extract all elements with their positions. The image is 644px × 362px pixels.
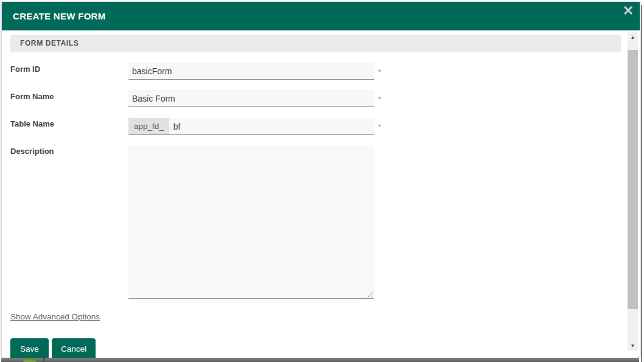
- textarea-resize-handle-icon[interactable]: [366, 291, 374, 298]
- table-name-required-marker: *: [378, 122, 381, 131]
- description-textarea[interactable]: [128, 145, 374, 299]
- form-id-input[interactable]: [128, 63, 374, 80]
- create-new-form-dialog: CREATE NEW FORM ✕ FORM DETAILS Form ID *…: [2, 2, 640, 358]
- table-name-prefix: app_fd_: [128, 118, 169, 134]
- show-advanced-options-link[interactable]: Show Advanced Options: [10, 312, 100, 321]
- background-page-strip: [1, 358, 639, 362]
- form-name-input[interactable]: [128, 90, 374, 107]
- close-icon[interactable]: ✕: [620, 3, 636, 19]
- table-name-input[interactable]: [169, 118, 374, 134]
- background-divider: [43, 357, 44, 362]
- form-id-required-marker: *: [378, 68, 381, 77]
- form-details-section-header: FORM DETAILS: [10, 35, 621, 52]
- dialog-scrollbar[interactable]: ▲ ▼: [628, 32, 638, 351]
- form-id-label: Form ID: [10, 64, 40, 74]
- dialog-title: CREATE NEW FORM: [13, 2, 106, 30]
- scroll-down-arrow-icon[interactable]: ▼: [628, 341, 638, 351]
- section-title: FORM DETAILS: [10, 35, 621, 52]
- table-name-label: Table Name: [10, 119, 54, 128]
- window-right-border: [641, 5, 642, 362]
- dialog-header: CREATE NEW FORM ✕: [2, 2, 640, 30]
- form-name-required-marker: *: [378, 95, 381, 104]
- cancel-button[interactable]: Cancel: [52, 338, 96, 358]
- save-button[interactable]: Save: [10, 338, 49, 358]
- description-label: Description: [10, 147, 54, 156]
- form-name-label: Form Name: [10, 92, 54, 101]
- table-name-field-group: app_fd_: [128, 118, 374, 135]
- scrollbar-thumb[interactable]: [628, 50, 638, 309]
- scroll-up-arrow-icon[interactable]: ▲: [628, 32, 638, 43]
